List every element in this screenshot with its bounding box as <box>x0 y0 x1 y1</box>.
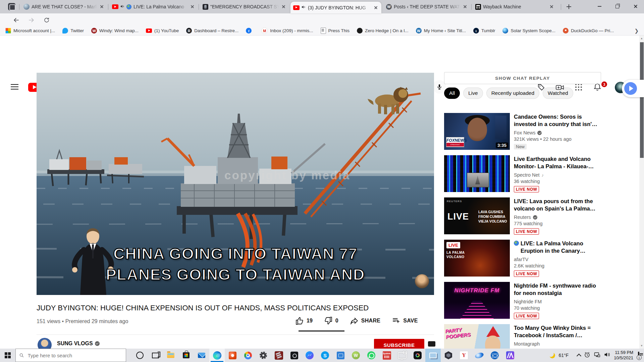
minimize-button[interactable] <box>592 0 607 13</box>
scroll-down-icon[interactable]: ▼ <box>640 344 643 347</box>
chip-all[interactable]: All <box>444 87 460 99</box>
dislike-button[interactable]: 0 <box>324 316 338 325</box>
yahoo-icon[interactable]: Y <box>456 349 472 362</box>
bookmark-zero-hedge[interactable]: Zero Hedge | On a l... <box>357 28 409 34</box>
bookmark-windy[interactable]: WWindy: Wind map... <box>91 28 139 34</box>
edge-icon[interactable] <box>209 349 225 362</box>
floating-play-panel[interactable] <box>622 80 644 97</box>
whatsapp-icon[interactable] <box>364 349 379 362</box>
chrome-icon[interactable] <box>240 349 256 362</box>
blue-swoosh-app-icon[interactable] <box>472 349 487 362</box>
bookmark-twitter[interactable]: Twitter <box>62 28 84 34</box>
bookmark-facebook[interactable]: f <box>246 28 254 34</box>
clock[interactable]: 11:59 PM 10/5/2021 <box>614 350 633 361</box>
taskbar-search[interactable] <box>15 349 126 362</box>
close-tab-icon[interactable] <box>373 5 379 10</box>
mail-icon[interactable] <box>194 349 209 362</box>
chip-watched[interactable]: Watched <box>543 87 573 99</box>
ma-app-icon[interactable] <box>502 349 518 362</box>
bookmark-duckduckgo[interactable]: DuckDuckGo — Pri... <box>563 28 614 34</box>
bookmark-press-this[interactable]: Press This <box>321 27 350 34</box>
close-tab-icon[interactable] <box>463 4 468 9</box>
close-tab-icon[interactable] <box>281 4 286 9</box>
video-thumbnail[interactable]: FOXNEWSchannel 3:35 <box>444 113 510 150</box>
blue-device-app-icon[interactable] <box>333 349 348 362</box>
more-actions-icon[interactable] <box>428 318 432 324</box>
network-icon[interactable] <box>594 351 600 359</box>
tab-audio-icon[interactable] <box>301 5 306 10</box>
remote-monitor-icon[interactable] <box>394 349 410 362</box>
action-center-icon[interactable]: 1 <box>638 352 639 358</box>
tab-audio-icon[interactable] <box>120 4 125 10</box>
tray-expand-chevron[interactable] <box>577 354 581 358</box>
alarm-icon[interactable] <box>584 352 590 359</box>
office-icon[interactable] <box>225 349 240 362</box>
play-icon[interactable] <box>624 82 637 95</box>
cortana-icon[interactable] <box>132 349 148 362</box>
video-player[interactable]: copyright by media CHINA GOING INTO TAIW… <box>37 73 434 295</box>
channel-name[interactable]: SUNG VLOGS <box>57 341 100 347</box>
microsoft-store-icon[interactable] <box>178 349 194 362</box>
menu-hamburger-icon[interactable] <box>11 84 18 85</box>
bookmark-youtube[interactable]: (1) YouTube <box>146 28 179 33</box>
refresh-button[interactable] <box>42 15 52 25</box>
task-view-icon[interactable] <box>148 349 163 362</box>
bookmark-tumblr[interactable]: tTumblr <box>473 28 495 34</box>
chip-recently-uploaded[interactable]: Recently uploaded <box>486 87 539 99</box>
list-item[interactable]: Live Earthquake and Volcano Monitor- La … <box>444 155 602 192</box>
volume-icon[interactable] <box>604 351 610 359</box>
tab-judy-byington-active[interactable]: (3) JUDY BYINGTON: HUG <box>290 2 381 13</box>
mini-widget[interactable] <box>428 341 435 347</box>
tab-la-palma-live[interactable]: LIVE: La Palma Volcano <box>109 0 198 13</box>
close-tab-icon[interactable] <box>99 4 105 9</box>
video-thumbnail[interactable]: REUTERS LIVE LAVA GUSHES FROM CUMBRA VIE… <box>444 197 510 234</box>
forward-button[interactable] <box>26 15 36 25</box>
system-app-icon[interactable]: System <box>379 349 394 362</box>
weather-moon-icon[interactable] <box>549 352 556 359</box>
bookmark-solar-system[interactable]: Solar System Scope... <box>502 28 555 34</box>
tab-emergency-broadcast[interactable]: "EMERGENCY BROADCAST SYS <box>200 0 289 13</box>
share-button[interactable]: SHARE <box>350 316 381 325</box>
skype-icon[interactable]: S <box>317 349 333 362</box>
webroot-icon[interactable]: W <box>348 349 364 362</box>
obs-icon[interactable] <box>286 349 302 362</box>
list-item[interactable]: NIGHTRIDE FM Nightride FM - synthwave ra… <box>444 282 602 319</box>
start-button[interactable] <box>0 349 15 362</box>
scroll-up-icon[interactable]: ▲ <box>640 37 643 40</box>
messenger-icon[interactable] <box>302 349 317 362</box>
scrollbar-thumb[interactable] <box>640 42 644 158</box>
restore-button[interactable] <box>609 0 625 13</box>
like-button[interactable]: 19 <box>295 316 313 325</box>
workspaces-icon[interactable] <box>8 3 15 10</box>
bookmark-microsoft[interactable]: Microsoft account |... <box>5 28 55 34</box>
red-s-app-icon[interactable] <box>271 349 286 362</box>
chip-live[interactable]: Live <box>463 87 483 99</box>
epic-games-icon[interactable] <box>441 349 456 362</box>
back-button[interactable] <box>11 15 21 25</box>
video-thumbnail[interactable] <box>444 155 510 192</box>
game-bar-icon[interactable] <box>425 349 441 362</box>
tab-wayback-machine[interactable]: Wayback Machine <box>473 0 557 13</box>
list-item[interactable]: LIVE LA PALMA VOLCANO LIVE: La Palma Vol… <box>444 240 602 277</box>
save-button[interactable]: SAVE <box>392 316 418 325</box>
bookmark-dashboard[interactable]: RDashboard – Restre... <box>186 28 238 34</box>
taskbar-search-input[interactable] <box>27 352 122 359</box>
tab-deep-state-watch[interactable]: W Posts ‹ THE DEEP STATE WATCH <box>383 0 471 13</box>
tab-are-we-that-close[interactable]: ARE WE THAT CLOSE? - Marfoo <box>21 0 107 13</box>
video-thumbnail[interactable]: NIGHTRIDE FM <box>444 282 510 319</box>
file-explorer-icon[interactable] <box>163 349 178 362</box>
atom-app-icon[interactable] <box>487 349 502 362</box>
bookmark-my-home[interactable]: WMy Home ‹ Site Titl... <box>416 28 466 34</box>
show-chat-replay-button[interactable]: SHOW CHAT REPLAY <box>444 72 601 84</box>
list-item[interactable]: REUTERS LIVE LAVA GUSHES FROM CUMBRA VIE… <box>444 197 602 234</box>
close-tab-icon[interactable] <box>549 4 554 9</box>
temperature[interactable]: 61°F <box>558 353 569 358</box>
camera-app-icon[interactable] <box>410 349 425 362</box>
video-thumbnail[interactable]: LIVE LA PALMA VOLCANO <box>444 240 510 277</box>
bookmarks-overflow-chevron[interactable]: ❯ <box>634 28 639 34</box>
close-window-button[interactable] <box>628 0 643 13</box>
list-item[interactable]: FOXNEWSchannel 3:35 Candace Owens: Soros… <box>444 113 602 150</box>
settings-gear-icon[interactable] <box>256 349 271 362</box>
close-tab-icon[interactable] <box>190 4 195 9</box>
bookmark-inbox[interactable]: MInbox (209) - mrmis... <box>261 27 313 34</box>
